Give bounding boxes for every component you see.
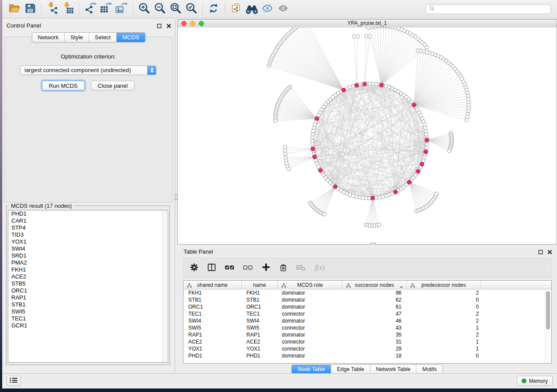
table-cell: 2 xyxy=(407,290,481,296)
table-row[interactable]: FKH1FKH1dominator962 xyxy=(183,289,551,296)
mcds-result-item[interactable]: SWI4 xyxy=(8,245,168,252)
table-row[interactable]: SWI5SWI5connector431 xyxy=(183,324,551,331)
mcds-result-item[interactable]: PHD1 xyxy=(8,210,168,217)
search-input[interactable] xyxy=(437,6,547,13)
mcds-result-item[interactable]: SRD1 xyxy=(8,252,168,259)
task-history-button[interactable] xyxy=(7,376,21,386)
table-row[interactable]: PHD1PHD1dominator180 xyxy=(183,352,551,359)
mcds-result-item[interactable]: TEC1 xyxy=(8,315,168,322)
share-document-button[interactable] xyxy=(228,2,244,17)
zoom-in-button[interactable] xyxy=(136,2,152,17)
add-column-button[interactable] xyxy=(261,262,271,274)
minimize-window-icon[interactable] xyxy=(190,21,195,26)
tab-style[interactable]: Style xyxy=(64,33,89,42)
tab-node-table[interactable]: Node Table xyxy=(292,365,331,374)
column-header-successor-nodes[interactable]: successor nodes xyxy=(343,281,407,289)
table-cell: TEC1 xyxy=(183,311,242,317)
zoom-selected-button[interactable] xyxy=(183,2,199,17)
close-window-icon[interactable] xyxy=(181,21,187,26)
float-table-panel-icon[interactable] xyxy=(537,249,543,255)
export-image-button[interactable] xyxy=(114,2,130,17)
zoom-out-button[interactable] xyxy=(152,2,168,17)
table-cell: RAP1 xyxy=(242,332,278,338)
export-network-button[interactable] xyxy=(83,2,98,17)
table-row[interactable]: TEC1TEC1connector472 xyxy=(183,310,551,317)
mcds-result-item[interactable]: STB1 xyxy=(8,301,168,308)
mcds-result-item[interactable]: ACE2 xyxy=(8,273,168,280)
mcds-result-list[interactable]: PHD1CAR1STP4TID3YOX1SWI4SRD1PMA2FKH1ACE2… xyxy=(8,210,168,363)
float-panel-icon[interactable] xyxy=(156,23,162,29)
tab-network[interactable]: Network xyxy=(32,33,64,42)
delete-table-icon xyxy=(296,263,306,273)
table-row[interactable]: SWI4SWI4dominator462 xyxy=(183,317,551,324)
search-field[interactable] xyxy=(426,4,551,14)
table-scrollbar-thumb[interactable] xyxy=(546,291,550,330)
node-table[interactable]: shared namenameMCDS rolesuccessor nodesp… xyxy=(183,280,552,364)
column-label: shared name xyxy=(197,282,228,288)
column-header-name[interactable]: name xyxy=(242,281,278,289)
table-cell: 2 xyxy=(407,318,481,324)
network-graph[interactable] xyxy=(178,28,557,245)
table-row[interactable]: YOX1YOX1connector291 xyxy=(183,345,551,352)
mcds-result-item[interactable]: STB5 xyxy=(8,280,168,287)
mcds-result-item[interactable]: STP4 xyxy=(8,224,168,231)
network-canvas[interactable] xyxy=(178,28,557,244)
close-panel-icon[interactable] xyxy=(166,23,172,29)
export-table-button[interactable] xyxy=(98,2,114,17)
export-table-icon xyxy=(100,2,113,16)
maximize-window-icon[interactable] xyxy=(199,21,204,26)
mcds-result-item[interactable]: SWI5 xyxy=(8,308,168,315)
column-header-shared-name[interactable]: shared name xyxy=(183,281,242,289)
deselect-all-columns-button[interactable] xyxy=(243,262,253,274)
refresh-layout-button[interactable] xyxy=(206,2,221,17)
split-columns-button[interactable] xyxy=(207,262,216,274)
table-row[interactable]: ORC1ORC1dominator610 xyxy=(183,303,551,310)
sort-descending-icon xyxy=(399,284,403,290)
search-binoculars-button[interactable] xyxy=(244,2,259,17)
run-mcds-button[interactable]: Run MCDS xyxy=(42,81,85,90)
table-scrollbar[interactable] xyxy=(545,290,551,363)
import-table-button[interactable] xyxy=(60,2,76,17)
table-row[interactable]: RAP1RAP1dominator352 xyxy=(183,331,551,338)
optimization-criterion-select[interactable]: largest connected component (undirected) xyxy=(20,65,156,75)
column-header-predecessor-nodes[interactable]: predecessor nodes xyxy=(407,281,481,289)
close-table-panel-icon[interactable] xyxy=(547,249,553,255)
table-cell: ACE2 xyxy=(242,339,278,345)
table-row[interactable]: STB1STB1dominator620 xyxy=(183,296,551,303)
mcds-result-item[interactable]: FKH1 xyxy=(8,266,168,273)
settings-gear-button[interactable] xyxy=(190,262,199,274)
table-row[interactable]: ACE2ACE2connector311 xyxy=(183,338,551,345)
import-network-button[interactable] xyxy=(45,2,60,17)
settings-gear-icon xyxy=(190,263,199,273)
close-panel-button[interactable]: Close panel xyxy=(91,81,135,90)
toolbar-icon-groups xyxy=(7,2,291,17)
mcds-result-item[interactable]: CAR1 xyxy=(8,217,168,224)
tab-select[interactable]: Select xyxy=(89,33,116,42)
toolbar-separator xyxy=(79,3,80,15)
panel-splitter-handle[interactable] xyxy=(175,194,178,200)
tab-network-table[interactable]: Network Table xyxy=(370,365,416,374)
open-file-button[interactable] xyxy=(7,2,22,17)
select-all-columns-button[interactable] xyxy=(225,262,235,274)
application-window: Control Panel NetworkStyleSelectMCDS Opt… xyxy=(2,0,557,389)
mcds-result-item[interactable]: GCR1 xyxy=(8,322,168,329)
save-session-button[interactable] xyxy=(22,2,38,17)
zoom-fit-button[interactable] xyxy=(168,2,183,17)
mcds-result-item[interactable]: TID3 xyxy=(8,231,168,238)
mcds-result-item[interactable]: RAP1 xyxy=(8,294,168,301)
result-list-scrollbar[interactable] xyxy=(162,210,168,362)
mcds-result-item[interactable]: ORC1 xyxy=(8,287,168,294)
tab-motifs[interactable]: Motifs xyxy=(416,365,442,374)
column-header-MCDS-role[interactable]: MCDS role xyxy=(278,281,343,289)
network-window-titlebar[interactable]: YPA_prune.txt_1 xyxy=(178,20,557,28)
list-icon xyxy=(9,377,18,385)
memory-button[interactable]: Memory xyxy=(517,376,553,386)
table-cell: TEC1 xyxy=(242,311,278,317)
table-cell: connector xyxy=(278,339,343,345)
hide-selected-button[interactable] xyxy=(259,2,275,17)
mcds-result-item[interactable]: YOX1 xyxy=(8,238,168,245)
delete-column-button[interactable] xyxy=(279,262,287,274)
mcds-result-item[interactable]: PMA2 xyxy=(8,259,168,266)
tab-mcds[interactable]: MCDS xyxy=(116,33,145,42)
tab-edge-table[interactable]: Edge Table xyxy=(331,365,370,374)
